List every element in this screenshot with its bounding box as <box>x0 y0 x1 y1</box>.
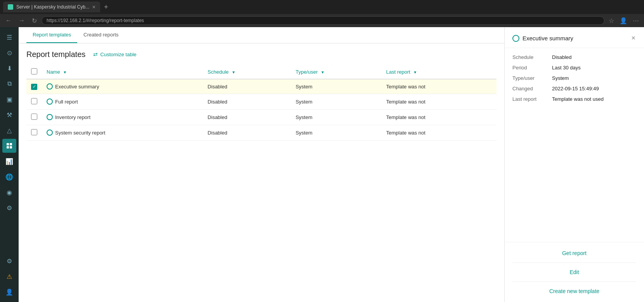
report-templates-table: Name ▼ Schedule ▼ Type/user ▼ Last rep <box>26 65 496 141</box>
name-filter-icon[interactable]: ▼ <box>63 70 67 74</box>
row-last-report: Template was not <box>382 109 496 125</box>
page-content: Report templates ⇄ Customize table Name <box>19 43 504 302</box>
name-cell: Full report <box>47 98 198 105</box>
col-last-report[interactable]: Last report ▼ <box>382 65 496 79</box>
sidebar: ☰ ⊙ ⬇ ⧉ ▣ ⚒ △ 📊 🌐 ◉ ⚙ ⚙ ⚠ 👤 <box>0 27 19 302</box>
col-name[interactable]: Name ▼ <box>42 65 203 79</box>
detail-row-schedule: Schedule Disabled <box>512 54 636 60</box>
sidebar-icon-globe[interactable]: 🌐 <box>2 170 16 184</box>
table-row[interactable]: Full report Disabled System Template was… <box>26 94 496 109</box>
more-icon[interactable]: ⋯ <box>631 16 641 25</box>
sidebar-icon-reports[interactable] <box>2 139 16 153</box>
create-new-template-button[interactable]: Create new template <box>512 285 636 297</box>
sidebar-icon-user[interactable]: 👤 <box>2 285 16 299</box>
row-type-user: System <box>291 94 381 109</box>
type-filter-icon[interactable]: ▼ <box>321 70 325 74</box>
row-last-report: Template was not <box>382 94 496 109</box>
panel-divider-2 <box>512 281 636 282</box>
back-button[interactable]: ← <box>3 16 14 25</box>
col-schedule: Schedule ▼ <box>203 65 291 79</box>
sidebar-icon-dashboard[interactable]: ⊙ <box>2 46 16 60</box>
schedule-filter-icon[interactable]: ▼ <box>232 70 236 74</box>
row-name: System security report <box>42 125 203 140</box>
detail-panel: Executive summary × Schedule Disabled Pe… <box>504 27 644 302</box>
page-title: Report templates <box>26 50 85 59</box>
table-row[interactable]: Inventory report Disabled System Templat… <box>26 109 496 125</box>
tab-report-templates[interactable]: Report templates <box>26 27 77 43</box>
sidebar-bottom: ⚙ ⚠ 👤 <box>2 254 16 299</box>
refresh-button[interactable]: ↻ <box>30 16 39 25</box>
sidebar-icon-warning[interactable]: ⚠ <box>2 269 16 283</box>
status-icon <box>47 114 53 120</box>
status-icon <box>47 129 53 136</box>
sidebar-icon-eye[interactable]: ◉ <box>2 185 16 199</box>
name-cell: System security report <box>47 129 198 136</box>
tab-created-reports[interactable]: Created reports <box>77 27 125 43</box>
panel-close-button[interactable]: × <box>630 33 636 43</box>
sidebar-icon-download[interactable]: ⬇ <box>2 61 16 75</box>
sidebar-icon-monitor[interactable]: ▣ <box>2 92 16 106</box>
row-checkbox-cell <box>26 125 42 140</box>
sidebar-icon-layers[interactable]: ⧉ <box>2 77 16 91</box>
browser-chrome: Server | Kaspersky Industrial Cyb... × + <box>0 0 644 14</box>
browser-tab[interactable]: Server | Kaspersky Industrial Cyb... × <box>3 2 100 12</box>
svg-rect-0 <box>7 143 9 145</box>
main-content: Report templates Created reports Report … <box>19 27 504 302</box>
select-all-checkbox[interactable] <box>31 68 37 74</box>
nav-actions: ☆ 👤 ⋯ <box>607 16 641 25</box>
panel-status-icon <box>512 35 519 42</box>
row-last-report: Template was not <box>382 125 496 140</box>
row-type-user: System <box>291 79 381 94</box>
sidebar-icon-settings[interactable]: ⚙ <box>2 254 16 268</box>
row-checkbox[interactable] <box>31 98 37 104</box>
forward-button[interactable]: → <box>16 16 27 25</box>
sidebar-icon-menu[interactable]: ☰ <box>2 30 16 44</box>
url-text: https://192.168.2.1/#/reporting/report-t… <box>47 18 144 23</box>
detail-row-changed: Changed 2022-09-15 15:49:49 <box>512 86 636 91</box>
row-checkbox[interactable] <box>31 114 37 120</box>
panel-body: Schedule Disabled Period Last 30 days Ty… <box>505 48 644 242</box>
sidebar-icon-tools[interactable]: ⚒ <box>2 108 16 122</box>
last-report-filter-icon[interactable]: ▼ <box>413 70 417 74</box>
bookmark-icon[interactable]: ☆ <box>607 16 616 25</box>
row-checkbox[interactable] <box>31 129 37 135</box>
select-all-header <box>26 65 42 79</box>
get-report-button[interactable]: Get report <box>512 247 636 259</box>
svg-rect-2 <box>7 146 9 148</box>
status-icon <box>47 98 53 105</box>
table-row[interactable]: ✓ Executive summary Disabled System Temp… <box>26 79 496 94</box>
row-checkbox-checked[interactable]: ✓ <box>31 84 37 90</box>
browser-nav: ← → ↻ https://192.168.2.1/#/reporting/re… <box>0 14 644 27</box>
edit-button[interactable]: Edit <box>512 266 636 278</box>
status-icon <box>47 83 53 90</box>
name-cell: Inventory report <box>47 114 198 120</box>
row-type-user: System <box>291 109 381 125</box>
tab-close-button[interactable]: × <box>92 4 95 10</box>
sidebar-icon-alert[interactable]: △ <box>2 123 16 137</box>
row-schedule: Disabled <box>203 125 291 140</box>
sidebar-icon-integration[interactable]: ⚙ <box>2 201 16 215</box>
tab-favicon <box>8 4 13 10</box>
col-type-user[interactable]: Type/user ▼ <box>291 65 381 79</box>
tabs-bar: Report templates Created reports <box>19 27 504 43</box>
tab-title: Server | Kaspersky Industrial Cyb... <box>16 4 89 10</box>
new-tab-button[interactable]: + <box>102 3 110 11</box>
panel-title: Executive summary <box>512 35 573 42</box>
table-row[interactable]: System security report Disabled System T… <box>26 125 496 140</box>
row-checkbox-cell <box>26 94 42 109</box>
customize-icon: ⇄ <box>93 51 98 57</box>
sidebar-icon-chart[interactable]: 📊 <box>2 154 16 168</box>
row-checkbox-cell <box>26 109 42 125</box>
address-bar[interactable]: https://192.168.2.1/#/reporting/report-t… <box>42 16 604 25</box>
panel-divider <box>512 262 636 263</box>
row-type-user: System <box>291 125 381 140</box>
panel-header: Executive summary × <box>505 27 644 48</box>
row-schedule: Disabled <box>203 109 291 125</box>
row-last-report: Template was not <box>382 79 496 94</box>
app-layout: ☰ ⊙ ⬇ ⧉ ▣ ⚒ △ 📊 🌐 ◉ ⚙ ⚙ ⚠ 👤 Repor <box>0 27 644 302</box>
detail-row-last-report: Last report Template was not used <box>512 96 636 102</box>
panel-footer: Get report Edit Create new template <box>505 242 644 302</box>
profile-icon[interactable]: 👤 <box>618 16 629 25</box>
page-header: Report templates ⇄ Customize table <box>26 50 496 59</box>
customize-table-button[interactable]: ⇄ Customize table <box>90 50 139 59</box>
